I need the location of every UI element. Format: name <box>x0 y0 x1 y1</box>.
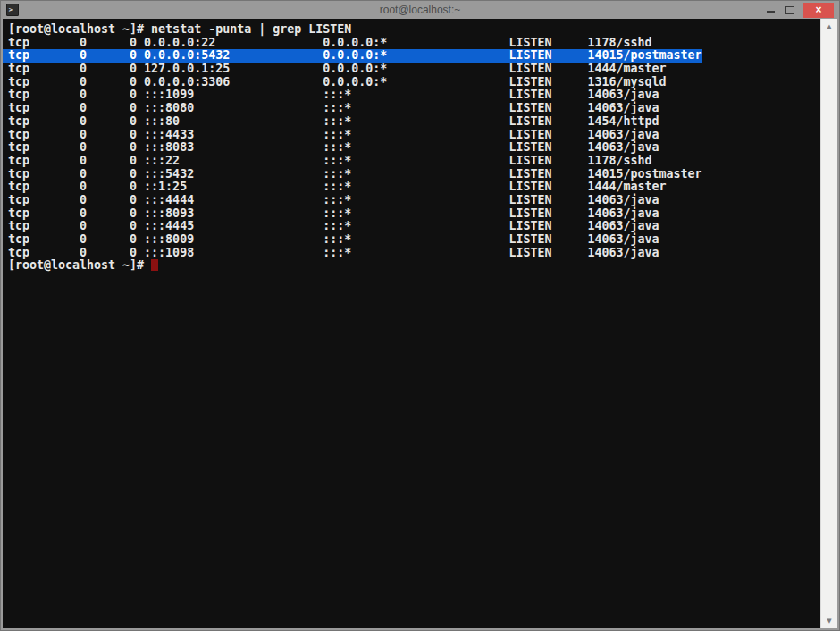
close-button[interactable]: × <box>803 3 834 18</box>
scrollbar[interactable]: ▲ ▼ <box>820 19 837 628</box>
close-icon: × <box>815 4 821 17</box>
netstat-row: tcp 0 0 :::22 :::* LISTEN 1178/sshd <box>3 155 820 168</box>
netstat-row: tcp 0 0 :::4433 :::* LISTEN 14063/java <box>3 129 820 142</box>
terminal-cursor <box>151 259 158 271</box>
terminal-app-icon: >_ <box>6 4 19 16</box>
minimize-icon <box>767 11 775 13</box>
maximize-icon <box>785 6 794 14</box>
netstat-row: tcp 0 0 :::8093 :::* LISTEN 14063/java <box>3 207 820 221</box>
netstat-row: tcp 0 0 :::4445 :::* LISTEN 14063/java <box>3 220 820 233</box>
netstat-row: tcp 0 0 :::4444 :::* LISTEN 14063/java <box>3 194 820 207</box>
netstat-row: tcp 0 0 0.0.0.0:3306 0.0.0.0:* LISTEN 13… <box>3 76 820 89</box>
netstat-row: tcp 0 0 :::80 :::* LISTEN 1454/httpd <box>3 115 820 129</box>
netstat-row: tcp 0 0 :::1098 :::* LISTEN 14063/java <box>3 247 820 260</box>
terminal-screen[interactable]: [root@localhost ~]# netstat -punta | gre… <box>3 19 820 628</box>
window-controls: × <box>760 1 839 19</box>
command-line: [root@localhost ~]# netstat -punta | gre… <box>3 23 820 37</box>
netstat-row: tcp 0 0 :::8009 :::* LISTEN 14063/java <box>3 233 820 247</box>
titlebar[interactable]: >_ root@localhost:~ × <box>1 1 839 19</box>
netstat-row: tcp 0 0 ::1:25 :::* LISTEN 1444/master <box>3 181 820 194</box>
shell-prompt: [root@localhost ~]# <box>8 258 151 272</box>
maximize-button[interactable] <box>780 3 800 18</box>
netstat-row: tcp 0 0 :::5432 :::* LISTEN 14015/postma… <box>3 168 820 181</box>
netstat-row: tcp 0 0 0.0.0.0:22 0.0.0.0:* LISTEN 1178… <box>3 37 820 50</box>
netstat-output: tcp 0 0 0.0.0.0:22 0.0.0.0:* LISTEN 1178… <box>3 37 820 260</box>
netstat-row: tcp 0 0 :::1099 :::* LISTEN 14063/java <box>3 88 820 102</box>
netstat-row: tcp 0 0 :::8080 :::* LISTEN 14063/java <box>3 102 820 115</box>
scroll-down-button[interactable]: ▼ <box>821 613 837 628</box>
netstat-row-selected: tcp 0 0 0.0.0.0:5432 0.0.0.0:* LISTEN 14… <box>3 49 820 63</box>
scroll-up-button[interactable]: ▲ <box>821 19 837 34</box>
terminal-window: >_ root@localhost:~ × [root@localhost ~]… <box>0 0 840 631</box>
minimize-button[interactable] <box>760 3 780 18</box>
netstat-row: tcp 0 0 :::8083 :::* LISTEN 14063/java <box>3 141 820 155</box>
prompt-line: [root@localhost ~]# <box>3 259 820 273</box>
window-body: [root@localhost ~]# netstat -punta | gre… <box>3 19 837 628</box>
window-title: root@localhost:~ <box>1 1 839 19</box>
netstat-row: tcp 0 0 127.0.0.1:25 0.0.0.0:* LISTEN 14… <box>3 63 820 76</box>
